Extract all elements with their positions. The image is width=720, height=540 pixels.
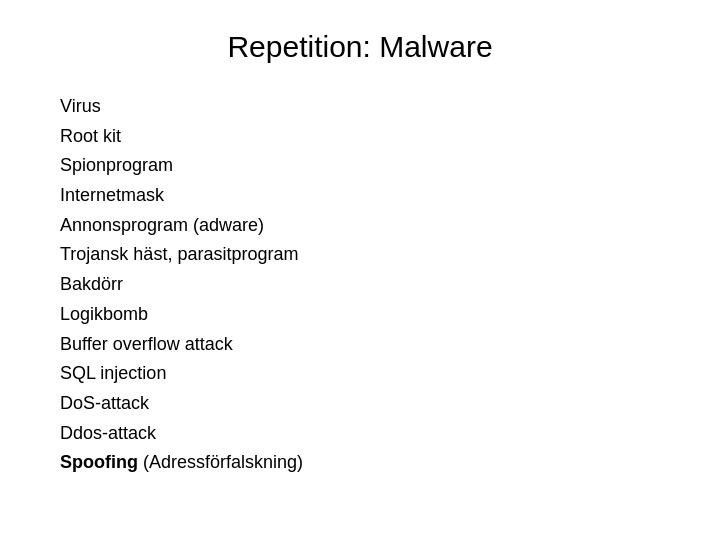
list-item: Trojansk häst, parasitprogram — [60, 240, 303, 270]
title-area: Repetition: Malware — [40, 30, 680, 64]
list-item: DoS-attack — [60, 389, 303, 419]
list-item: Buffer overflow attack — [60, 330, 303, 360]
list-item: Root kit — [60, 122, 303, 152]
list-item: Internetmask — [60, 181, 303, 211]
list-item: Annonsprogram (adware) — [60, 211, 303, 241]
slide-page: Repetition: Malware VirusRoot kitSpionpr… — [0, 0, 720, 540]
list-item-bold: Spoofing — [60, 452, 138, 472]
list-item: Bakdörr — [60, 270, 303, 300]
list-item: SQL injection — [60, 359, 303, 389]
list-item-text: (Adressförfalskning) — [138, 452, 303, 472]
list-item: Spoofing (Adressförfalskning) — [60, 448, 303, 478]
list-area: VirusRoot kitSpionprogramInternetmaskAnn… — [40, 92, 303, 478]
list-item: Logikbomb — [60, 300, 303, 330]
list-item: Virus — [60, 92, 303, 122]
list-item: Spionprogram — [60, 151, 303, 181]
list-item: Ddos-attack — [60, 419, 303, 449]
slide-title: Repetition: Malware — [40, 30, 680, 64]
